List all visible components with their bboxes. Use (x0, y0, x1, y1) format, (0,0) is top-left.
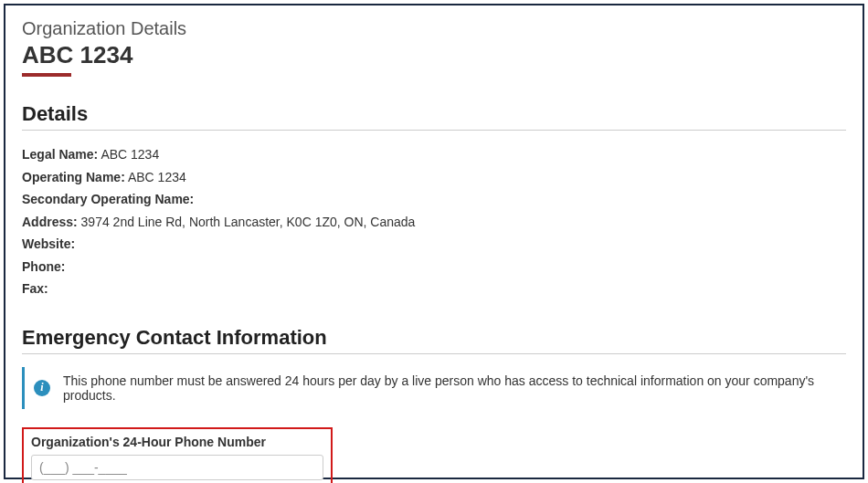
address-row: Address: 3974 2nd Line Rd, North Lancast… (22, 211, 846, 234)
phone-field-label: Organization's 24-Hour Phone Number (31, 435, 323, 449)
legal-name-label: Legal Name: (22, 147, 98, 162)
website-label: Website: (22, 236, 75, 251)
title-underline (22, 73, 71, 77)
info-text: This phone number must be answered 24 ho… (63, 373, 846, 403)
fax-row: Fax: (22, 278, 846, 300)
fax-label: Fax: (22, 281, 48, 296)
secondary-operating-name-label: Secondary Operating Name: (22, 192, 194, 206)
info-box: i This phone number must be answered 24 … (22, 367, 846, 409)
organization-details-panel: Organization Details ABC 1234 Details Le… (4, 4, 864, 479)
operating-name-row: Operating Name: ABC 1234 (22, 166, 846, 189)
org-24h-phone-input[interactable] (31, 455, 323, 480)
website-row: Website: (22, 233, 846, 256)
page-pretitle: Organization Details (22, 18, 846, 39)
emergency-section-heading: Emergency Contact Information (22, 326, 846, 350)
operating-name-value: ABC 1234 (128, 170, 186, 184)
details-section-heading: Details (22, 102, 846, 126)
legal-name-value: ABC 1234 (101, 147, 159, 162)
emergency-divider (22, 353, 846, 354)
phone-field-highlight: Organization's 24-Hour Phone Number (22, 427, 333, 484)
address-value: 3974 2nd Line Rd, North Lancaster, K0C 1… (81, 215, 416, 229)
info-icon: i (34, 380, 50, 396)
phone-row: Phone: (22, 256, 846, 278)
phone-label: Phone: (22, 259, 65, 274)
operating-name-label: Operating Name: (22, 170, 125, 184)
details-divider (22, 130, 846, 131)
details-block: Legal Name: ABC 1234 Operating Name: ABC… (22, 143, 846, 300)
address-label: Address: (22, 215, 78, 229)
page-title: ABC 1234 (22, 41, 846, 69)
legal-name-row: Legal Name: ABC 1234 (22, 143, 846, 166)
secondary-operating-name-row: Secondary Operating Name: (22, 188, 846, 211)
